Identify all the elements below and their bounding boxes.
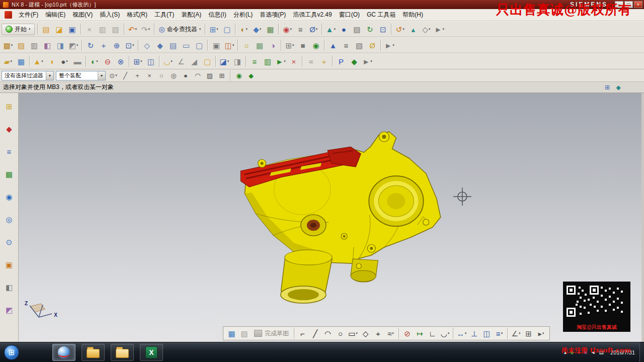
snapshot-icon[interactable]: ▦ — [264, 23, 277, 35]
web-browser-icon[interactable]: ◎ — [3, 213, 16, 225]
subtract-icon[interactable]: ⊖ — [101, 55, 114, 67]
more-standard-icon[interactable]: ►▾ — [433, 23, 446, 35]
profile-icon[interactable]: ⌐ — [296, 327, 309, 339]
shaded-with-edges-icon[interactable]: ▩▾ — [2, 39, 15, 51]
pattern-feature-icon[interactable]: ⊞▾ — [131, 55, 144, 67]
revolve-icon[interactable]: ◑ — [45, 55, 58, 67]
selection-scope-dropdown[interactable]: 整个装配 ▼ — [56, 71, 106, 80]
sketch-polygon-icon[interactable]: ◇ — [359, 327, 372, 339]
rotate-view-icon[interactable]: ↻ — [84, 39, 97, 51]
snap-view-icon[interactable]: ⊞▾ — [283, 39, 296, 51]
menu-preferences[interactable]: 首选项(P) — [256, 9, 289, 21]
refresh-icon[interactable]: ↻ — [363, 23, 376, 35]
mirror-feature-icon[interactable]: ◫ — [144, 55, 157, 67]
menu-tools[interactable]: 工具(T) — [151, 9, 178, 21]
close-button[interactable]: × — [634, 1, 642, 8]
sketch-circle-icon[interactable]: ○ — [334, 327, 347, 339]
menu-format[interactable]: 格式(R) — [123, 9, 151, 21]
sketch-icon[interactable]: ▦ — [15, 55, 28, 67]
fit-window-icon[interactable]: ⊡ — [376, 23, 389, 35]
hole-icon[interactable]: ●▾ — [58, 55, 71, 67]
sync-modeling-icon[interactable]: ↺▾ — [393, 23, 407, 35]
full-screen-icon[interactable]: ▲ — [327, 39, 340, 51]
menu-view[interactable]: 视图(V) — [69, 9, 96, 21]
new-window-icon[interactable]: ▢ — [220, 23, 233, 35]
right-view-icon[interactable]: ▢ — [193, 39, 206, 51]
hd3d-tools-icon[interactable]: ◉ — [3, 191, 16, 203]
start-menu-button[interactable]: ⊞ — [4, 345, 19, 360]
datum-plane-icon[interactable]: ▰▾ — [2, 55, 15, 67]
background-icon[interactable]: ▦ — [253, 39, 266, 51]
menu-hq-tools[interactable]: 浩强工具v2.49 — [289, 9, 335, 21]
window-layout-icon[interactable]: ⊞▾ — [207, 23, 220, 35]
studio-render-icon[interactable]: ◧ — [41, 39, 54, 51]
arc-center-icon[interactable]: ○ — [156, 70, 167, 80]
thread-icon[interactable]: ≈ — [304, 55, 317, 67]
grid-display-icon[interactable]: ▧ — [353, 39, 366, 51]
shaded-icon[interactable]: ▨ — [15, 39, 28, 51]
quadrant-point-icon[interactable]: ◎ — [168, 70, 179, 80]
manufacturing-wizards-icon[interactable]: ◧ — [3, 281, 16, 293]
mid-point-icon[interactable]: + — [132, 70, 143, 80]
existing-point-icon[interactable]: ● — [180, 70, 191, 80]
display-mode-icon[interactable]: ◐▾ — [237, 23, 251, 35]
show-hide-icon[interactable]: ◉▾ — [281, 23, 294, 35]
unite-icon[interactable]: ◐▾ — [88, 55, 101, 67]
menu-help[interactable]: 帮助(H) — [399, 9, 427, 21]
trim-body-icon[interactable]: ◪▾ — [218, 55, 231, 67]
start-button[interactable]: 开始▾ — [2, 24, 35, 35]
more-view-icon[interactable]: ►▾ — [383, 39, 396, 51]
menu-file[interactable]: 文件(F) — [15, 9, 42, 21]
datum-csys-icon[interactable]: + — [317, 55, 331, 67]
menu-edit[interactable]: 编辑(E) — [42, 9, 69, 21]
taskbar-nx-button[interactable] — [52, 344, 75, 361]
constraint-navigator-icon[interactable]: ◆ — [3, 123, 16, 135]
selection-highlight-icon[interactable]: ◉ — [233, 70, 245, 80]
more-feature-icon[interactable]: ►▾ — [361, 55, 374, 67]
sketch-task-icon[interactable]: ▦ — [225, 327, 238, 339]
menu-insert[interactable]: 插入(S) — [96, 9, 123, 21]
split-body-icon[interactable]: ◨ — [231, 55, 244, 67]
paste-icon[interactable]: ▧ — [109, 23, 122, 35]
work-layer-icon[interactable]: ≡ — [340, 39, 353, 51]
point-on-face-icon[interactable]: ▨ — [204, 70, 215, 80]
perspective-icon[interactable]: ▣ — [210, 39, 223, 51]
menu-information[interactable]: 信息(I) — [205, 9, 229, 21]
sketch-spline-icon[interactable]: ≈▾ — [384, 327, 397, 339]
high-quality-image-icon[interactable]: ◉ — [309, 39, 323, 51]
history-icon[interactable]: ⊙ — [3, 236, 16, 248]
top-view-icon[interactable]: ▤ — [167, 39, 180, 51]
snap-point-options-icon[interactable]: ⊙▾ — [108, 70, 119, 80]
fillet-icon[interactable]: ◡▾ — [439, 327, 451, 339]
taskbar-documents-button[interactable] — [111, 344, 134, 361]
task-environment-icon[interactable]: ▴ — [407, 23, 420, 35]
section-view-icon[interactable]: ◫▾ — [223, 39, 236, 51]
shell-icon[interactable]: ▢ — [201, 55, 214, 67]
offset-surface-icon[interactable]: ≡ — [248, 55, 261, 67]
measure-icon[interactable]: Ø▾ — [307, 23, 320, 35]
true-shading-icon[interactable]: ◑ — [266, 39, 279, 51]
orient-view-icon[interactable]: ◆▾ — [251, 23, 264, 35]
graphics-viewport[interactable]: Z X ▦▨完成草图⌐╱◠○▭▾◇+≈▾⊘↦∟◡▾↔▾⊥◫≡▾∠▾⊞▸▾ — [19, 93, 644, 342]
sketch-arc-icon[interactable]: ◠ — [321, 327, 334, 339]
draft-icon[interactable]: ◢ — [188, 55, 201, 67]
assembly-constraints-icon[interactable]: ▲▾ — [324, 23, 337, 35]
sketch-rectangle-icon[interactable]: ▭▾ — [347, 327, 359, 339]
selection-filter-dropdown[interactable]: 没有选择过滤器 ▼ — [2, 71, 54, 80]
undo-icon[interactable]: ↶▾ — [126, 23, 139, 35]
bounded-grid-icon[interactable]: ⊞ — [216, 70, 227, 80]
sketch-point-icon[interactable]: + — [372, 327, 384, 339]
edge-blend-icon[interactable]: ◡▾ — [162, 55, 175, 67]
cue-icon[interactable]: ⊞ — [603, 83, 612, 92]
snap-angle-icon[interactable]: ∠▾ — [510, 327, 522, 339]
gc-filter-icon[interactable]: ◆ — [246, 70, 257, 80]
part-navigator-icon[interactable]: ≡ — [3, 145, 16, 157]
information-icon[interactable]: ● — [337, 23, 350, 35]
sketch-reorient-icon[interactable]: ▨ — [238, 327, 251, 339]
pmi-icon[interactable]: P — [335, 55, 348, 67]
intersection-point-icon[interactable]: × — [144, 70, 155, 80]
menu-assemblies[interactable]: 装配(A) — [178, 9, 205, 21]
reuse-library-icon[interactable]: ▦ — [3, 168, 16, 180]
copy-icon[interactable]: ▥ — [96, 23, 109, 35]
isometric-view-icon[interactable]: ◆ — [153, 39, 167, 51]
